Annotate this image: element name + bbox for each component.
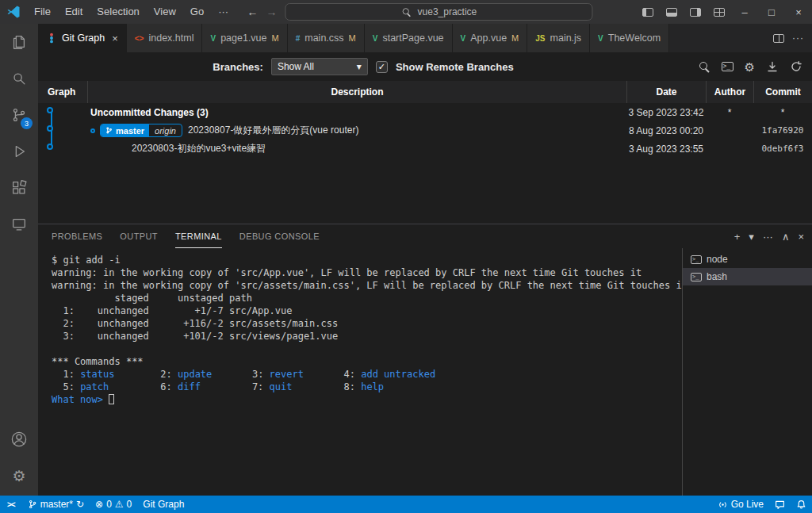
editor-more-actions-icon[interactable]: ··· <box>792 33 804 44</box>
vue-file-icon: V <box>461 34 466 43</box>
graph-settings-icon[interactable]: ⚙ <box>745 61 755 73</box>
tab-label: App.vue <box>470 33 507 44</box>
terminal-list-item-bash[interactable]: >_ bash <box>683 268 812 285</box>
accounts-icon[interactable] <box>0 421 38 457</box>
notifications-bell-icon[interactable] <box>791 496 812 513</box>
tab-output[interactable]: OUTPUT <box>120 224 158 248</box>
close-panel-icon[interactable]: × <box>798 231 804 243</box>
menu-edit[interactable]: Edit <box>58 0 90 24</box>
window-minimize-button[interactable]: – <box>731 0 758 24</box>
menu-overflow-icon[interactable]: ··· <box>211 0 236 24</box>
panel-tab-bar: PROBLEMS OUTPUT TERMINAL DEBUG CONSOLE +… <box>38 224 812 248</box>
terminal-output[interactable]: $ git add -iwarning: in the working copy… <box>38 248 682 496</box>
status-bar: >< master* ↻ ⊗ 0 ⚠ 0 Git Graph Go Live <box>0 496 812 513</box>
panel-more-actions-icon[interactable]: ··· <box>763 231 773 243</box>
toggle-secondary-sidebar-icon[interactable] <box>684 0 707 24</box>
commit-hash: 1fa76920 <box>753 125 812 136</box>
tab-startpage-vue[interactable]: V startPage.vue <box>365 24 453 52</box>
window-close-button[interactable]: × <box>785 0 812 24</box>
extensions-icon[interactable] <box>0 170 38 206</box>
show-remote-branches-checkbox[interactable]: ✓ <box>376 61 388 73</box>
tab-page1-vue[interactable]: V page1.vue M <box>202 24 287 52</box>
js-file-icon: JS <box>535 34 545 43</box>
head-indicator-icon <box>90 128 95 133</box>
branch-icon <box>105 127 113 134</box>
vue-file-icon: V <box>598 34 603 43</box>
toggle-sidebar-icon[interactable] <box>636 0 660 24</box>
column-author: Author <box>706 81 753 103</box>
warning-count: 0 <box>127 499 132 510</box>
nav-back-icon[interactable]: ← <box>247 6 258 18</box>
tab-debug-console[interactable]: DEBUG CONSOLE <box>239 224 320 248</box>
menu-file[interactable]: File <box>27 0 58 24</box>
table-row-commit-2[interactable]: 20230803-初始的vue3+vite練習 3 Aug 2023 23:55… <box>38 140 812 158</box>
find-commit-icon[interactable] <box>699 61 710 73</box>
explorer-icon[interactable] <box>0 24 38 60</box>
branch-status-item[interactable]: master* ↻ <box>22 496 90 513</box>
tab-thewelcome[interactable]: V TheWelcom <box>590 24 669 52</box>
refresh-icon[interactable] <box>790 60 802 73</box>
uncommitted-changes-label: Uncommitted Changes (3) <box>87 107 626 118</box>
tab-label: main.js <box>550 33 582 44</box>
vue-file-icon: V <box>210 34 216 43</box>
branches-dropdown[interactable]: Show All ▾ <box>271 58 368 75</box>
commit-hash: 0debf6f3 <box>753 144 812 154</box>
column-graph: Graph <box>38 81 87 103</box>
modified-badge: M <box>349 33 356 43</box>
tab-index-html[interactable]: <> index.html <box>127 24 203 52</box>
tab-close-icon[interactable]: × <box>112 33 118 44</box>
new-terminal-icon[interactable]: + <box>734 231 741 243</box>
problems-status-item[interactable]: ⊗ 0 ⚠ 0 <box>90 496 137 513</box>
vscode-logo-icon <box>0 5 27 19</box>
menu-go[interactable]: Go <box>183 0 211 24</box>
customize-layout-icon[interactable] <box>707 0 731 24</box>
graph-node-uncommitted <box>47 107 53 113</box>
split-editor-icon[interactable] <box>773 34 784 43</box>
tab-label: main.css <box>304 33 343 44</box>
maximize-panel-icon[interactable]: ∧ <box>782 231 790 243</box>
search-sidebar-icon[interactable] <box>0 60 38 97</box>
source-control-icon[interactable]: 3 <box>0 97 38 133</box>
run-debug-icon[interactable] <box>0 133 38 170</box>
branch-ref-pill[interactable]: master origin <box>100 124 182 137</box>
tab-main-css[interactable]: # main.css M <box>288 24 365 52</box>
settings-gear-icon[interactable]: ⚙ <box>0 457 38 494</box>
terminal-cursor <box>109 394 114 404</box>
open-terminal-icon[interactable]: >_ <box>722 62 733 71</box>
tab-app-vue[interactable]: V App.vue M <box>453 24 528 52</box>
terminal-dropdown-icon[interactable]: ▾ <box>749 231 754 243</box>
git-graph-view: Branches: Show All ▾ ✓ Show Remote Branc… <box>38 52 812 224</box>
table-row-commit-1[interactable]: master origin 20230807-做好最外層的分頁(vue rout… <box>38 121 812 140</box>
table-row-uncommitted[interactable]: Uncommitted Changes (3) 3 Sep 2023 23:42… <box>38 103 812 121</box>
git-graph-status-item[interactable]: Git Graph <box>137 496 190 513</box>
show-remote-branches-label: Show Remote Branches <box>396 61 514 73</box>
commit-date: 3 Aug 2023 23:55 <box>626 144 706 155</box>
error-icon: ⊗ <box>95 499 103 510</box>
window-maximize-button[interactable]: □ <box>758 0 785 24</box>
remote-indicator[interactable]: >< <box>0 496 22 513</box>
terminal-label: bash <box>707 271 727 282</box>
warning-icon: ⚠ <box>115 499 124 510</box>
terminal-icon: >_ <box>691 255 702 264</box>
modified-badge: M <box>511 33 519 43</box>
titlebar-controls: – □ × <box>636 0 812 24</box>
tab-terminal[interactable]: TERMINAL <box>175 224 222 248</box>
commit-date: 8 Aug 2023 00:20 <box>626 125 706 136</box>
toggle-panel-icon[interactable] <box>660 0 684 24</box>
branch-name: master* <box>40 499 73 510</box>
menu-view[interactable]: View <box>147 0 183 24</box>
remote-explorer-icon[interactable] <box>0 206 38 243</box>
command-center-search[interactable]: vue3_practice <box>285 3 592 21</box>
sync-icon: ↻ <box>76 499 84 510</box>
title-bar: File Edit Selection View Go ··· ← → vue3… <box>0 0 812 24</box>
tab-label: startPage.vue <box>382 33 443 44</box>
tab-git-graph[interactable]: Git Graph × <box>38 24 127 52</box>
nav-forward-icon[interactable]: → <box>266 6 277 18</box>
feedback-icon[interactable] <box>769 496 791 513</box>
terminal-list-item-node[interactable]: >_ node <box>683 251 812 268</box>
fetch-remote-icon[interactable] <box>766 60 779 73</box>
tab-problems[interactable]: PROBLEMS <box>52 224 102 248</box>
menu-selection[interactable]: Selection <box>90 0 146 24</box>
tab-main-js[interactable]: JS main.js <box>527 24 590 52</box>
go-live-button[interactable]: Go Live <box>712 496 769 513</box>
